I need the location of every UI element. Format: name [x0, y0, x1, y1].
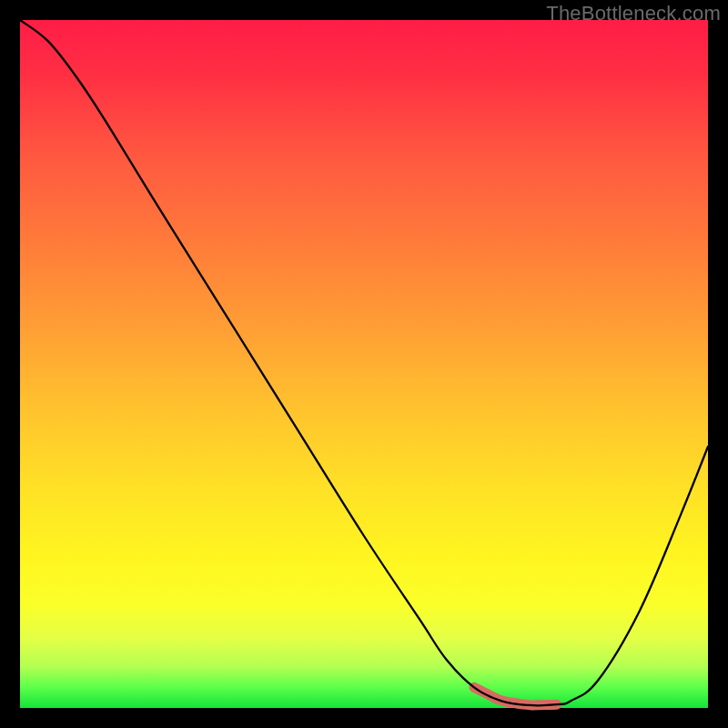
chart-frame: TheBottleneck.com	[0, 0, 728, 728]
optimal-range-highlight	[474, 687, 557, 705]
plot-area	[20, 20, 708, 708]
watermark-text: TheBottleneck.com	[546, 2, 721, 25]
bottleneck-curve	[20, 20, 708, 705]
curve-layer	[20, 20, 708, 708]
